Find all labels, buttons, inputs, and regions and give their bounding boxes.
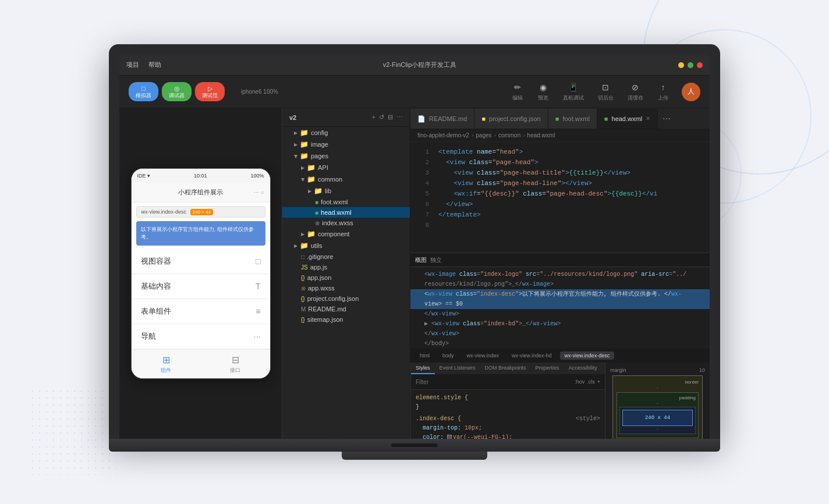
maximize-button[interactable] bbox=[688, 62, 693, 68]
background-action[interactable]: ⊡ 切后台 bbox=[592, 79, 619, 104]
window-title: v2-FinClip小程序开发工具 bbox=[161, 61, 678, 69]
simulator-button[interactable]: □ 模拟器 bbox=[129, 82, 158, 102]
styles-tab-properties[interactable]: Properties bbox=[531, 363, 564, 374]
tab-head-wxml[interactable]: ■ head.wxml ✕ bbox=[597, 109, 658, 129]
preview-action[interactable]: ◉ 预览 bbox=[532, 79, 555, 104]
phone-status-left: IDE ▾ bbox=[137, 173, 151, 179]
file-json-icon: {} bbox=[301, 317, 305, 323]
tree-item-sitemap[interactable]: {} sitemap.json bbox=[282, 314, 410, 325]
tab-close-icon[interactable]: ✕ bbox=[646, 115, 650, 122]
element-tab-wx-view-index-hd[interactable]: wx-view.index-hd bbox=[507, 352, 557, 360]
tree-item-label: API bbox=[318, 164, 328, 171]
real-device-action[interactable]: 📱 真机调试 bbox=[557, 79, 590, 104]
tree-item-component[interactable]: ▶ 📁 component bbox=[282, 228, 410, 240]
tree-item-head-wxml[interactable]: ■ head.wxml bbox=[282, 207, 410, 218]
folder-icon: 📁 bbox=[307, 175, 316, 183]
phone-list-item-2[interactable]: 基础内容 T bbox=[132, 274, 270, 299]
tree-item-api[interactable]: ▶ 📁 API bbox=[282, 162, 410, 173]
breadcrumb-item-2: pages bbox=[476, 132, 491, 139]
phone-device: IDE ▾ 10:01 100% 小程序组件展示 ··· ○ bbox=[131, 168, 271, 379]
tree-item-image[interactable]: ▶ 📁 image bbox=[282, 139, 410, 150]
phone-nav-title: 小程序组件展示 bbox=[178, 188, 223, 197]
phone-list-item-4[interactable]: 导航 ··· bbox=[132, 324, 270, 349]
styles-panel: Styles Event Listeners DOM Breakpoints P… bbox=[410, 363, 605, 439]
tree-item-app-json[interactable]: {} app.json bbox=[282, 272, 410, 283]
phone-bottom-nav: ⊞ 组件 ⊟ 接口 bbox=[132, 349, 270, 378]
menu-help[interactable]: 帮助 bbox=[148, 61, 161, 69]
tab-readme[interactable]: 📄 README.md bbox=[410, 109, 474, 129]
tree-item-pages[interactable]: ▶ 📁 pages bbox=[282, 150, 410, 162]
hov-toggle[interactable]: :hov bbox=[575, 379, 584, 385]
tree-item-label: head.wxml bbox=[321, 209, 352, 216]
menu-project[interactable]: 项目 bbox=[126, 61, 139, 69]
tree-item-utils[interactable]: ▶ 📁 utils bbox=[282, 240, 410, 251]
phone-list-item-3[interactable]: 表单组件 ≡ bbox=[132, 299, 270, 324]
folder-icon: 📁 bbox=[307, 230, 316, 238]
css-content: element.style { } .index-desc { bbox=[411, 390, 605, 439]
file-panel-header: v2 + ↺ ⊟ ⋯ bbox=[282, 108, 410, 127]
element-tab-wx-view-index-desc[interactable]: wx-view.index-desc bbox=[560, 352, 615, 360]
cls-toggle[interactable]: .cls bbox=[587, 379, 595, 385]
code-line-5: <wx:if="{{desc}}" class="page-head-desc"… bbox=[438, 189, 705, 199]
filter-input[interactable] bbox=[416, 379, 572, 385]
upload-action[interactable]: ↑ 上传 bbox=[651, 79, 675, 104]
phone-list-label-4: 导航 bbox=[141, 331, 156, 342]
box-model-panel: margin 10 border - padding - bbox=[605, 363, 710, 439]
tree-item-gitignore[interactable]: □ .gitignore bbox=[282, 251, 410, 262]
tree-item-label: foot.wxml bbox=[321, 198, 348, 205]
simulator-icon: □ bbox=[141, 84, 146, 93]
styles-tab-accessibility[interactable]: Accessibility bbox=[564, 363, 602, 374]
code-editor[interactable]: 1 2 3 4 5 6 7 8 <template name="head"> bbox=[410, 142, 710, 253]
components-nav-icon: ⊞ bbox=[162, 354, 170, 365]
background-label: 切后台 bbox=[598, 94, 614, 102]
collapse-icon[interactable]: ⊟ bbox=[388, 113, 393, 121]
close-button[interactable] bbox=[697, 62, 703, 68]
chevron-icon: ▶ bbox=[294, 243, 297, 249]
test-button[interactable]: ▷ 测试范 bbox=[195, 82, 225, 102]
phone-list-item-1[interactable]: 视图容器 □ bbox=[132, 249, 270, 274]
element-tab-html[interactable]: html bbox=[415, 352, 434, 360]
tree-item-readme[interactable]: M README.md bbox=[282, 304, 410, 314]
debugger-button[interactable]: ◎ 调试器 bbox=[162, 82, 192, 102]
phone-list-label-2: 基础内容 bbox=[141, 281, 171, 292]
tree-item-config[interactable]: ▶ 📁 config bbox=[282, 127, 410, 139]
tree-item-project-config[interactable]: {} project.config.json bbox=[282, 293, 410, 304]
tree-item-app-wxss[interactable]: ⊗ app.wxss bbox=[282, 283, 410, 293]
main-content: IDE ▾ 10:01 100% 小程序组件展示 ··· ○ bbox=[119, 108, 710, 439]
file-panel-actions: + ↺ ⊟ ⋯ bbox=[372, 113, 403, 121]
cache-action[interactable]: ⊘ 清缓存 bbox=[622, 79, 649, 104]
styles-tab-styles[interactable]: Styles bbox=[411, 363, 435, 374]
phone-list-label-1: 视图容器 bbox=[141, 256, 171, 267]
phone-nav-components[interactable]: ⊞ 组件 bbox=[132, 350, 201, 378]
new-file-icon[interactable]: + bbox=[372, 113, 375, 121]
tree-item-common[interactable]: ▶ 📁 common bbox=[282, 173, 410, 185]
add-style-icon[interactable]: + bbox=[597, 379, 600, 385]
file-panel-title: v2 bbox=[289, 114, 296, 121]
tab-foot-wxml[interactable]: ■ foot.wxml bbox=[548, 109, 597, 129]
tree-item-label: config bbox=[311, 129, 328, 136]
edit-action[interactable]: ✏ 编辑 bbox=[506, 79, 529, 104]
phone-list-icon-4: ··· bbox=[254, 332, 261, 341]
tree-item-lib[interactable]: ▶ 📁 lib bbox=[282, 185, 410, 197]
avatar[interactable]: 人 bbox=[682, 83, 700, 101]
styles-tab-event-listeners[interactable]: Event Listeners bbox=[435, 363, 480, 374]
code-content[interactable]: <template name="head"> <view class="page… bbox=[434, 142, 710, 253]
more-icon[interactable]: ⋯ bbox=[396, 113, 403, 121]
element-tab-body[interactable]: body bbox=[438, 352, 459, 360]
phone-nav-api[interactable]: ⊟ 接口 bbox=[201, 350, 270, 378]
chevron-icon: ▶ bbox=[294, 130, 297, 136]
more-tabs-icon[interactable]: ⋯ bbox=[658, 114, 675, 123]
minimize-button[interactable] bbox=[678, 62, 684, 68]
tab-console[interactable]: 独立 bbox=[430, 256, 442, 264]
styles-tab-dom-breakpoints[interactable]: DOM Breakpoints bbox=[480, 363, 531, 374]
breadcrumb-sep: › bbox=[472, 132, 473, 139]
element-tab-wx-view-index[interactable]: wx-view.index bbox=[462, 352, 504, 360]
refresh-icon[interactable]: ↺ bbox=[379, 113, 384, 121]
bg-dots bbox=[29, 388, 116, 475]
tree-item-foot-wxml[interactable]: ■ foot.wxml bbox=[282, 197, 410, 207]
tab-project-config[interactable]: ■ project.config.json bbox=[474, 109, 548, 129]
tree-item-app-js[interactable]: JS app.js bbox=[282, 262, 410, 272]
tree-item-index-wxss[interactable]: ⊗ index.wxss bbox=[282, 218, 410, 228]
tab-elements[interactable]: 概图 bbox=[415, 256, 427, 264]
breadcrumb: fino-applet-demo-v2 › pages › common › h… bbox=[410, 129, 710, 142]
